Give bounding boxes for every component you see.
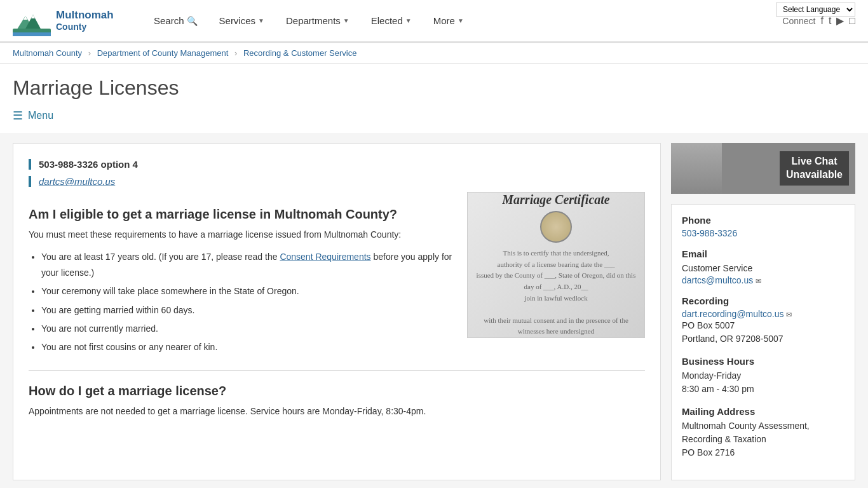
logo-name-line2: County [56,22,114,32]
list-item-text: You are at least 17 years old. (If you a… [41,252,280,262]
nav-more[interactable]: More ▼ [426,10,471,31]
list-item-text: You are not currently married. [41,323,158,334]
nav-search-label: Search [154,15,184,26]
connect-label: Connect [782,16,815,26]
eligibility-section: Am I eligible to get a marriage license … [29,192,645,358]
chevron-down-icon: ▼ [405,17,412,24]
eligibility-heading: Am I eligible to get a marriage license … [29,207,454,222]
nav-elected-label: Elected [371,15,403,26]
live-chat-person-image [671,143,722,194]
nav-services-label: Services [219,15,256,26]
list-item: You are not currently married. [41,321,454,337]
contact-phone: 503-988-3326 option 4 [39,159,645,170]
breadcrumb-home-link[interactable]: Multnomah County [13,48,82,58]
sidebar: Live Chat Unavailable Phone 503-988-3326… [671,143,855,480]
list-item: Your ceremony will take place somewhere … [41,283,454,299]
svg-marker-5 [31,15,35,18]
sidebar-recording-address1: PO Box 5007 [682,319,844,332]
twitter-icon[interactable]: t [829,15,831,27]
facebook-icon[interactable]: f [820,15,823,27]
sidebar-phone-section: Phone 503-988-3326 [682,215,844,238]
site-header: Multnomah County Search 🔍 Services ▼ Dep… [0,0,868,43]
main-content: 503-988-3326 option 4 dartcs@multco.us A… [13,143,661,480]
sidebar-email-link[interactable]: dartcs@multco.us [682,275,753,285]
eligibility-intro: You must meet these requirements to have… [29,228,454,241]
nav-search[interactable]: Search 🔍 [146,10,205,31]
live-chat-status: Live Chat Unavailable [780,151,849,186]
sidebar-phone-label: Phone [682,215,844,226]
live-chat-banner: Live Chat Unavailable [671,143,855,194]
certificate-image-inner: Marriage Certificate This is to certify … [477,193,636,337]
menu-label: Menu [28,110,53,121]
cert-seal [540,211,572,243]
sidebar-mailing-line1: Multnomah County Assessment, [682,419,844,433]
sidebar-hours-section: Business Hours Monday-Friday 8:30 am - 4… [682,356,844,396]
language-select[interactable]: Select Language [776,3,855,17]
sidebar-mailing-line2: Recording & Taxation [682,433,844,446]
how-to-heading: How do I get a marriage license? [29,384,645,398]
nav-more-label: More [433,15,455,26]
section-menu-toggle[interactable]: ☰ Menu [13,109,855,126]
chevron-down-icon: ▼ [258,17,264,24]
list-item-text: You are getting married within 60 days. [41,305,195,315]
sidebar-mailing-line3: PO Box 2716 [682,446,844,459]
instagram-icon[interactable]: □ [849,15,855,27]
email-verified-icon: ✉ [756,277,761,285]
sidebar-email-label: Email [682,248,844,259]
search-icon: 🔍 [187,16,198,26]
eligibility-text-area: Am I eligible to get a marriage license … [29,192,454,358]
sidebar-mailing-section: Mailing Address Multnomah County Assessm… [682,406,844,459]
email-verified-icon2: ✉ [786,311,792,318]
contact-email-link[interactable]: dartcs@multco.us [39,176,115,187]
breadcrumb-separator: › [88,48,91,58]
cert-body-text: This is to certify that the undersigned,… [477,248,636,337]
nav-departments-label: Departments [286,15,341,26]
sidebar-contact-card: Phone 503-988-3326 Email Customer Servic… [671,204,855,480]
svg-rect-3 [13,32,51,36]
section-divider [29,370,645,371]
list-item: You are getting married within 60 days. [41,302,454,318]
svg-marker-4 [24,16,27,20]
list-item-text: Your ceremony will take place somewhere … [41,286,299,296]
list-item: You are at least 17 years old. (If you a… [41,249,454,281]
nav-elected[interactable]: Elected ▼ [363,10,419,31]
sidebar-email-section: Email Customer Service dartcs@multco.us … [682,248,844,285]
live-chat-line2: Unavailable [786,169,843,180]
contact-email-block: dartcs@multco.us [29,176,645,187]
eligibility-list: You are at least 17 years old. (If you a… [41,249,454,355]
language-selector-wrapper: Select Language [776,3,855,17]
content-wrapper: 503-988-3326 option 4 dartcs@multco.us A… [0,133,868,488]
sidebar-recording-address2: Portland, OR 97208-5007 [682,332,844,346]
main-navigation: Search 🔍 Services ▼ Departments ▼ Electe… [146,10,782,31]
sidebar-hours-label: Business Hours [682,356,844,367]
sidebar-mailing-label: Mailing Address [682,406,844,417]
chevron-down-icon: ▼ [343,17,349,24]
consent-requirements-link[interactable]: Consent Requirements [280,252,370,262]
menu-icon: ☰ [13,109,23,123]
contact-phone-block: 503-988-3326 option 4 [29,159,645,170]
list-item-text: You are not first cousins or any nearer … [41,342,217,352]
chevron-down-icon: ▼ [458,17,464,24]
breadcrumb-separator: › [234,48,237,58]
logo-name-line1: Multnomah [56,9,114,22]
sidebar-phone-link[interactable]: 503-988-3326 [682,228,737,238]
certificate-image: Marriage Certificate This is to certify … [467,192,645,338]
site-logo[interactable]: Multnomah County [13,4,127,37]
sidebar-hours-time: 8:30 am - 4:30 pm [682,383,844,396]
breadcrumb: Multnomah County › Department of County … [0,43,868,64]
sidebar-email-customer-service-label: Customer Service [682,262,844,275]
page-title: Marriage Licenses [13,76,855,100]
live-chat-line1: Live Chat [792,156,837,166]
breadcrumb-service-link[interactable]: Recording & Customer Service [243,48,356,58]
sidebar-hours-days: Monday-Friday [682,369,844,383]
page-title-area: Marriage Licenses ☰ Menu [0,64,868,133]
nav-services[interactable]: Services ▼ [212,10,272,31]
breadcrumb-dept-link[interactable]: Department of County Management [97,48,229,58]
list-item: You are not first cousins or any nearer … [41,339,454,355]
how-to-text: Appointments are not needed to get a mar… [29,405,645,418]
sidebar-recording-section: Recording dart.recording@multco.us ✉ PO … [682,295,844,346]
cert-title: Marriage Certificate [477,193,636,207]
sidebar-recording-label: Recording [682,295,844,306]
nav-departments[interactable]: Departments ▼ [278,10,357,31]
sidebar-recording-email-link[interactable]: dart.recording@multco.us [682,309,784,319]
